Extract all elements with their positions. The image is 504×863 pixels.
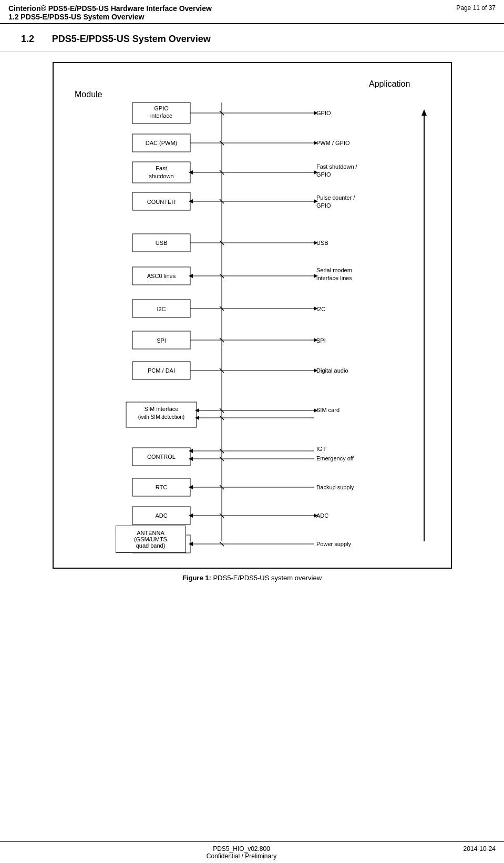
svg-text:GPIO: GPIO — [316, 202, 331, 209]
doc-subtitle: 1.2 PDS5-E/PDS5-US System Overview — [8, 13, 212, 21]
diagram-box: Application Module GPIO interface DAC (P… — [53, 62, 452, 569]
app-label-gpio: GPIO — [316, 110, 331, 116]
section-number: 1.2 — [21, 34, 34, 44]
app-label-sim-card: SIM card — [316, 407, 340, 413]
svg-text:shutdown: shutdown — [149, 173, 173, 179]
header-title-block: Cinterion® PDS5-E/PDS5-US Hardware Inter… — [8, 4, 212, 21]
app-label-digital-audio: Digital audio — [316, 367, 348, 374]
app-label-power-supply: Power supply — [316, 541, 352, 547]
svg-text:CONTROL: CONTROL — [147, 454, 176, 460]
section-header: 1.2 PDS5-E/PDS5-US System Overview — [0, 24, 504, 52]
svg-text:Fast: Fast — [156, 165, 167, 171]
app-label-spi: SPI — [316, 337, 326, 344]
svg-text:GPIO: GPIO — [316, 171, 331, 178]
figure-caption-text: PDS5-E/PDS5-US system overview — [213, 574, 322, 582]
app-label-usb: USB — [316, 240, 328, 246]
app-label-igt: IGT — [316, 446, 326, 452]
app-label-i2c: I2C — [316, 306, 325, 312]
app-label-emergency-off: Emergency off — [316, 455, 354, 461]
svg-text:USB: USB — [155, 240, 167, 246]
footer-left — [8, 845, 50, 860]
doc-title: Cinterion® PDS5-E/PDS5-US Hardware Inter… — [8, 4, 212, 13]
antenna-label1: ANTENNA — [137, 530, 164, 536]
page-header: Cinterion® PDS5-E/PDS5-US Hardware Inter… — [0, 0, 504, 24]
svg-text:ADC: ADC — [155, 512, 167, 519]
antenna-label2: (GSM/UMTS — [134, 536, 167, 542]
application-label: Application — [369, 79, 410, 88]
footer-classification: Confidential / Preliminary — [50, 852, 433, 860]
svg-text:I2C: I2C — [157, 306, 166, 312]
system-overview-diagram: Application Module GPIO interface DAC (P… — [64, 74, 443, 557]
app-label-serial-modem: Serial modem — [316, 267, 352, 273]
block-antenna-html: ANTENNA (GSM/UMTS quad band) — [116, 526, 186, 553]
figure-label: Figure 1: — [182, 574, 211, 582]
app-label-fast-shutdown: Fast shutdown / — [316, 163, 358, 170]
footer-date: 2014-10-24 — [433, 845, 496, 860]
svg-text:ASC0 lines: ASC0 lines — [147, 273, 176, 279]
page-number: Page 11 of 37 — [456, 4, 496, 12]
page-footer: PDS5_HIO_v02.800 Confidential / Prelimin… — [0, 841, 504, 863]
arrow-up-right — [421, 109, 427, 116]
diagram-container: Application Module GPIO interface DAC (P… — [0, 52, 504, 598]
module-label: Module — [75, 90, 102, 99]
app-label-adc: ADC — [316, 512, 328, 519]
section-title: PDS5-E/PDS5-US System Overview — [52, 34, 211, 44]
svg-text:SPI: SPI — [157, 337, 166, 344]
footer-doc-id: PDS5_HIO_v02.800 — [50, 845, 433, 852]
svg-text:DAC (PWM): DAC (PWM) — [145, 140, 177, 146]
svg-text:RTC: RTC — [155, 484, 167, 490]
footer-center: PDS5_HIO_v02.800 Confidential / Prelimin… — [50, 845, 433, 860]
app-label-backup-supply: Backup supply — [316, 484, 354, 490]
app-label-pulse-counter: Pulse counter / — [316, 194, 355, 201]
svg-text:(with SIM detection): (with SIM detection) — [138, 414, 184, 420]
antenna-label3: quad band) — [136, 542, 166, 549]
svg-text:interface lines: interface lines — [316, 275, 352, 281]
svg-text:COUNTER: COUNTER — [147, 199, 175, 205]
svg-text:interface: interface — [150, 112, 172, 119]
figure-caption: Figure 1: PDS5-E/PDS5-US system overview — [21, 574, 483, 587]
app-label-pwm-gpio: PWM / GPIO — [316, 140, 350, 146]
svg-text:GPIO: GPIO — [154, 105, 169, 111]
svg-text:SIM interface: SIM interface — [144, 406, 178, 412]
svg-text:PCM / DAI: PCM / DAI — [148, 367, 175, 374]
